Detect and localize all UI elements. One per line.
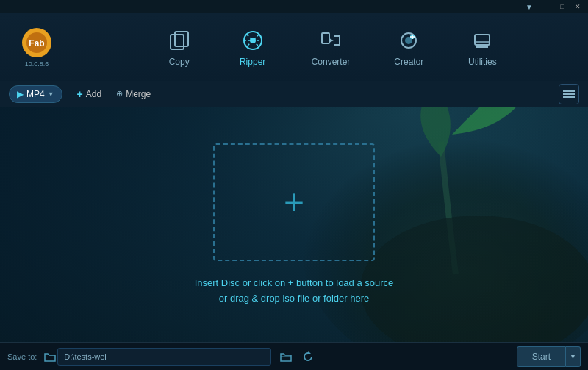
drop-instruction-line1: Insert Disc or click on + button to load… [195, 276, 394, 291]
format-dropdown-icon: ▼ [48, 90, 54, 98]
logo-area: Fab 10.0.8.6 [7, 26, 66, 68]
version-label: 10.0.8.6 [25, 60, 49, 68]
drop-zone-plus-icon: + [284, 185, 304, 220]
svg-text:Fab: Fab [29, 38, 44, 49]
creator-nav-icon [395, 27, 422, 54]
merge-label: Merge [126, 89, 151, 99]
menu-button[interactable] [559, 84, 579, 104]
nav-copy[interactable]: Copy [150, 21, 209, 73]
start-btn-group: Start ▼ [517, 346, 581, 367]
drop-instructions: Insert Disc or click on + button to load… [195, 276, 394, 307]
main-content: + Insert Disc or click on + button to lo… [0, 107, 588, 342]
dvdfab-logo: Fab [21, 26, 53, 59]
close-button[interactable]: ✕ [570, 1, 585, 12]
creator-nav-label: Creator [394, 57, 423, 67]
svg-marker-23 [308, 351, 311, 354]
header: Fab 10.0.8.6 Copy [0, 13, 588, 81]
svg-rect-9 [322, 33, 329, 43]
start-button[interactable]: Start [517, 346, 566, 367]
ripper-nav-icon [240, 27, 266, 54]
start-dropdown-arrow[interactable]: ▼ [566, 346, 581, 367]
pin-icon[interactable]: ▼ [526, 3, 533, 11]
add-label: Add [86, 89, 101, 99]
svg-rect-15 [475, 35, 490, 45]
nav-items: Copy Ripper [81, 21, 581, 73]
titlebar: ▼ ─ □ ✕ [0, 0, 588, 13]
nav-creator[interactable]: Creator [379, 21, 438, 73]
converter-nav-label: Converter [312, 57, 351, 67]
merge-button[interactable]: ⊕ Merge [109, 86, 158, 102]
statusbar-actions [277, 348, 317, 366]
save-path-input[interactable] [57, 348, 270, 366]
copy-nav-icon [166, 27, 193, 54]
format-play-icon: ▶ [17, 89, 24, 99]
browse-folder-button[interactable] [277, 348, 295, 366]
maximize-button[interactable]: □ [555, 1, 570, 12]
copy-nav-label: Copy [169, 57, 190, 67]
statusbar: Save to: Start ▼ [0, 342, 588, 370]
utilities-nav-label: Utilities [468, 57, 497, 67]
nav-converter[interactable]: Converter [297, 21, 365, 73]
toolbar: ▶ MP4 ▼ + Add ⊕ Merge [0, 81, 588, 107]
refresh-button[interactable] [299, 348, 317, 366]
format-selector[interactable]: ▶ MP4 ▼ [9, 85, 62, 103]
format-label: MP4 [26, 89, 45, 99]
converter-nav-icon [318, 27, 344, 54]
folder-icon[interactable] [43, 349, 57, 364]
minimize-button[interactable]: ─ [539, 1, 554, 12]
add-icon: + [77, 88, 83, 100]
drop-instruction-line2: or drag & drop iso file or folder here [195, 291, 394, 307]
add-button[interactable]: + Add [70, 85, 110, 103]
save-to-label: Save to: [7, 352, 37, 361]
drop-zone[interactable]: + [213, 143, 375, 261]
merge-icon: ⊕ [116, 89, 123, 99]
ripper-nav-label: Ripper [240, 57, 265, 67]
utilities-nav-icon [469, 27, 495, 54]
nav-utilities[interactable]: Utilities [453, 21, 512, 73]
nav-ripper[interactable]: Ripper [223, 21, 282, 73]
